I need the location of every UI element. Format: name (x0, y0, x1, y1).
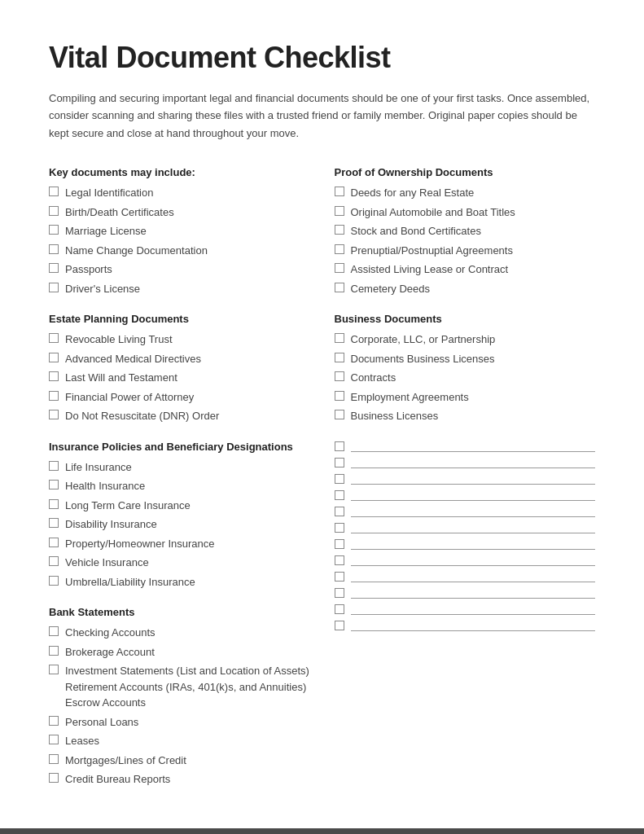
columns-wrapper: Key documents may include:Legal Identifi… (49, 166, 595, 804)
list-item[interactable]: Checking Accounts (49, 625, 310, 641)
list-item[interactable]: Business Licenses (335, 408, 596, 424)
list-item[interactable]: Driver's License (49, 281, 310, 297)
list-item[interactable]: Personal Loans (49, 714, 310, 731)
checkbox[interactable] (49, 556, 59, 566)
checkbox[interactable] (49, 773, 59, 783)
right-checklist-0: Deeds for any Real EstateOriginal Automo… (335, 185, 596, 296)
checkbox[interactable] (49, 225, 59, 235)
checkbox[interactable] (49, 735, 59, 744)
blank-line[interactable] (335, 587, 596, 599)
checkbox[interactable] (49, 576, 59, 586)
blank-line[interactable] (335, 620, 596, 631)
checkbox[interactable] (49, 646, 59, 656)
list-item[interactable]: Legal Identification (49, 185, 310, 201)
checkbox[interactable] (335, 244, 344, 254)
list-item[interactable]: Birth/Death Certificates (49, 204, 310, 221)
blank-line[interactable] (335, 489, 596, 501)
blank-line[interactable] (335, 522, 596, 533)
list-item[interactable]: Leases (49, 733, 310, 749)
list-item[interactable]: Umbrella/Liability Insurance (49, 574, 310, 590)
list-item[interactable]: Disability Insurance (49, 516, 310, 533)
list-item[interactable]: Documents Business Licenses (335, 351, 596, 367)
checkbox[interactable] (335, 225, 344, 235)
list-item[interactable]: Passports (49, 261, 310, 278)
checkbox[interactable] (49, 187, 59, 196)
checkbox[interactable] (49, 353, 59, 362)
checkbox[interactable] (335, 621, 344, 630)
checkbox[interactable] (335, 263, 344, 273)
list-item[interactable]: Last Will and Testament (49, 370, 310, 386)
checkbox[interactable] (49, 410, 59, 419)
list-item[interactable]: Contracts (335, 370, 596, 386)
blank-line[interactable] (335, 457, 596, 468)
checkbox[interactable] (49, 499, 59, 509)
checkbox[interactable] (49, 371, 59, 381)
list-item[interactable]: Brokerage Account (49, 644, 310, 661)
checkbox[interactable] (49, 206, 59, 216)
list-item[interactable]: Employment Agreements (335, 389, 596, 406)
checkbox[interactable] (335, 283, 344, 292)
checkbox[interactable] (335, 333, 344, 343)
list-item[interactable]: Assisted Living Lease or Contract (335, 261, 596, 278)
list-item[interactable]: Life Insurance (49, 459, 310, 476)
checkbox[interactable] (335, 371, 344, 381)
checkbox[interactable] (335, 572, 344, 582)
list-item[interactable]: Vehicle Insurance (49, 555, 310, 571)
checkbox[interactable] (49, 244, 59, 254)
checkbox[interactable] (49, 391, 59, 401)
checkbox[interactable] (335, 187, 344, 196)
list-item[interactable]: Prenuptial/Postnuptial Agreements (335, 243, 596, 259)
checkbox[interactable] (335, 604, 344, 614)
blank-line[interactable] (335, 571, 596, 582)
blank-line[interactable] (335, 441, 596, 452)
checkbox[interactable] (335, 539, 344, 549)
list-item[interactable]: Name Change Documentation (49, 243, 310, 259)
checkbox[interactable] (335, 555, 344, 565)
checkbox[interactable] (335, 441, 344, 451)
list-item[interactable]: Credit Bureau Reports (49, 771, 310, 788)
list-item[interactable]: Cemetery Deeds (335, 281, 596, 297)
checkbox[interactable] (335, 490, 344, 500)
checkbox[interactable] (49, 754, 59, 764)
blank-line[interactable] (335, 538, 596, 550)
item-label: Property/Homeowner Insurance (65, 536, 215, 552)
checkbox[interactable] (49, 263, 59, 273)
checkbox[interactable] (49, 665, 59, 674)
list-item[interactable]: Marriage License (49, 223, 310, 239)
checkbox[interactable] (335, 391, 344, 401)
checkbox[interactable] (49, 716, 59, 726)
list-item[interactable]: Property/Homeowner Insurance (49, 536, 310, 552)
blank-line[interactable] (335, 604, 596, 615)
blank-line[interactable] (335, 506, 596, 517)
checkbox[interactable] (335, 588, 344, 598)
checkbox[interactable] (335, 353, 344, 362)
blank-line[interactable] (335, 473, 596, 485)
checkbox[interactable] (49, 283, 59, 292)
blank-line[interactable] (335, 555, 596, 566)
list-item[interactable]: Original Automobile and Boat Titles (335, 204, 596, 221)
checkbox[interactable] (335, 458, 344, 467)
list-item[interactable]: Do Not Resuscitate (DNR) Order (49, 408, 310, 424)
checkbox[interactable] (335, 410, 344, 419)
list-item[interactable]: Stock and Bond Certificates (335, 223, 596, 239)
list-item[interactable]: Deeds for any Real Estate (335, 185, 596, 201)
list-item[interactable]: Mortgages/Lines of Credit (49, 753, 310, 769)
page-wrapper: Vital Document Checklist Compiling and s… (0, 0, 644, 834)
checkbox[interactable] (49, 480, 59, 489)
checkbox[interactable] (49, 518, 59, 528)
list-item[interactable]: Health Insurance (49, 478, 310, 494)
checkbox[interactable] (335, 523, 344, 533)
checkbox[interactable] (335, 206, 344, 216)
list-item[interactable]: Corporate, LLC, or Partnership (335, 331, 596, 348)
list-item[interactable]: Financial Power of Attorney (49, 389, 310, 406)
list-item[interactable]: Long Term Care Insurance (49, 498, 310, 514)
checkbox[interactable] (335, 507, 344, 516)
list-item[interactable]: Investment Statements (List and Location… (49, 663, 310, 711)
list-item[interactable]: Advanced Medical Directives (49, 351, 310, 367)
checkbox[interactable] (49, 626, 59, 636)
checkbox[interactable] (335, 474, 344, 484)
checkbox[interactable] (49, 538, 59, 547)
checkbox[interactable] (49, 461, 59, 471)
list-item[interactable]: Revocable Living Trust (49, 331, 310, 348)
checkbox[interactable] (49, 333, 59, 343)
